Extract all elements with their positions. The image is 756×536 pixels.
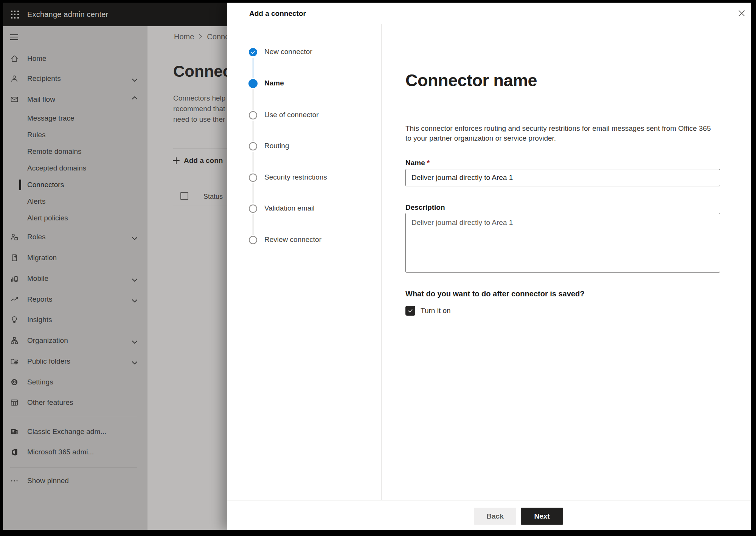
sidebar-item-settings[interactable]: Settings bbox=[3, 375, 147, 390]
sidebar-item-label: Microsoft 365 admi... bbox=[27, 448, 94, 456]
sidebar-item-label: Connectors bbox=[27, 181, 64, 189]
sidebar-item-migration[interactable]: Migration bbox=[3, 250, 147, 265]
sidebar-item-microsoft-365-admin[interactable]: Microsoft 365 admi... bbox=[3, 445, 147, 460]
step-label: Validation email bbox=[264, 204, 315, 212]
sidebar-item-organization[interactable]: Organization bbox=[3, 333, 147, 348]
sidebar-item-reports[interactable]: Reports bbox=[3, 292, 147, 307]
office-logo-icon bbox=[10, 448, 19, 457]
step-upcoming-icon bbox=[249, 236, 257, 244]
dialog-title: Add a connector bbox=[249, 3, 306, 24]
step-label: Use of connector bbox=[264, 111, 319, 119]
sidebar-item-mobile[interactable]: Mobile bbox=[3, 271, 147, 286]
step-routing[interactable]: Routing bbox=[227, 139, 379, 154]
step-connector-line bbox=[253, 121, 254, 141]
sidebar-item-label: Home bbox=[27, 54, 47, 63]
lightbulb-icon bbox=[10, 315, 19, 324]
add-connector-button[interactable]: Add a conn bbox=[172, 155, 223, 167]
sidebar-item-roles[interactable]: Roles bbox=[3, 229, 147, 245]
step-connector-line bbox=[253, 152, 254, 172]
wizard-panel-divider bbox=[381, 24, 382, 500]
sidebar-item-classic-exchange-admin[interactable]: Classic Exchange adm... bbox=[3, 424, 147, 439]
table-grid-icon bbox=[10, 398, 19, 407]
sidebar-item-home[interactable]: Home bbox=[3, 51, 147, 66]
page-intro-line: need to use ther bbox=[173, 114, 225, 125]
turn-it-on-row: Turn it on bbox=[405, 305, 451, 316]
sidebar-item-label: Mobile bbox=[27, 274, 48, 283]
step-name[interactable]: Name bbox=[227, 76, 379, 91]
step-connector-line bbox=[253, 183, 254, 203]
dialog-header: Add a connector bbox=[227, 3, 751, 24]
breadcrumb-home-link[interactable]: Home bbox=[174, 33, 194, 41]
person-badge-icon bbox=[10, 232, 19, 242]
app-window: Exchange admin center Home Recipients Ma… bbox=[3, 3, 751, 530]
sidebar-item-accepted-domains[interactable]: Accepted domains bbox=[3, 161, 147, 176]
app-title: Exchange admin center bbox=[27, 10, 108, 19]
sidebar-item-mail-flow[interactable]: Mail flow bbox=[3, 92, 147, 107]
folder-globe-icon bbox=[10, 357, 19, 366]
sidebar-item-alert-policies[interactable]: Alert policies bbox=[3, 211, 147, 226]
step-security-restrictions[interactable]: Security restrictions bbox=[227, 170, 379, 185]
turn-it-on-checkbox[interactable] bbox=[405, 306, 415, 316]
hamburger-icon bbox=[8, 34, 20, 40]
step-upcoming-icon bbox=[249, 174, 257, 182]
sidebar-item-label: Alerts bbox=[27, 197, 46, 206]
exchange-logo-icon bbox=[10, 427, 19, 436]
ellipsis-icon bbox=[10, 476, 19, 485]
next-button[interactable]: Next bbox=[521, 508, 563, 525]
sidebar-divider bbox=[10, 467, 137, 468]
breadcrumb: Home Conne bbox=[174, 32, 229, 41]
sidebar-item-label: Mail flow bbox=[27, 95, 55, 104]
required-marker: * bbox=[427, 159, 430, 167]
step-label: Routing bbox=[264, 142, 289, 150]
step-upcoming-icon bbox=[249, 204, 257, 213]
sidebar-item-remote-domains[interactable]: Remote domains bbox=[3, 144, 147, 159]
sidebar-item-label: Message trace bbox=[27, 114, 75, 122]
page-intro-text: Connectors help recommend that need to u… bbox=[173, 93, 225, 125]
person-icon bbox=[10, 74, 19, 83]
step-label: Name bbox=[264, 79, 284, 87]
select-all-checkbox[interactable] bbox=[180, 192, 188, 200]
step-use-of-connector[interactable]: Use of connector bbox=[227, 108, 379, 123]
status-column-header[interactable]: Status bbox=[203, 193, 223, 201]
plus-icon bbox=[172, 156, 181, 165]
sidebar-item-public-folders[interactable]: Public folders bbox=[3, 354, 147, 369]
gear-icon bbox=[10, 378, 19, 387]
step-validation-email[interactable]: Validation email bbox=[227, 201, 379, 216]
app-launcher-button[interactable] bbox=[6, 6, 23, 23]
step-new-connector[interactable]: New connector bbox=[227, 45, 379, 60]
sidebar-item-rules[interactable]: Rules bbox=[3, 127, 147, 143]
add-connector-dialog: Add a connector New connector Name Use o… bbox=[227, 3, 751, 530]
turn-it-on-label: Turn it on bbox=[421, 307, 451, 315]
after-save-question: What do you want to do after connector i… bbox=[405, 290, 584, 298]
chevron-down-icon bbox=[132, 359, 138, 363]
sidebar-item-label: Rules bbox=[27, 131, 46, 139]
connector-description-textarea[interactable]: Deliver journal directly to Area 1 bbox=[405, 213, 720, 273]
back-button[interactable]: Back bbox=[474, 508, 516, 525]
sidebar-item-connectors[interactable]: Connectors bbox=[3, 177, 147, 192]
step-label: Security restrictions bbox=[264, 173, 327, 181]
sidebar-item-other-features[interactable]: Other features bbox=[3, 395, 147, 410]
add-connector-label: Add a conn bbox=[184, 156, 223, 165]
sidebar-item-label: Migration bbox=[27, 254, 57, 262]
step-label: Review connector bbox=[264, 235, 321, 244]
sidebar-divider bbox=[10, 417, 137, 417]
check-icon bbox=[407, 308, 413, 314]
sidebar-item-message-trace[interactable]: Message trace bbox=[3, 111, 147, 126]
name-label-text: Name bbox=[405, 159, 425, 167]
sidebar-item-show-pinned[interactable]: Show pinned bbox=[3, 473, 147, 488]
step-connector-line bbox=[253, 214, 254, 235]
nav-collapse-button[interactable] bbox=[8, 31, 20, 42]
step-review-connector[interactable]: Review connector bbox=[227, 232, 379, 248]
dialog-close-button[interactable] bbox=[736, 8, 748, 20]
description-line: to your partner organization or service … bbox=[405, 133, 711, 143]
sidebar-item-label: Recipients bbox=[27, 74, 61, 83]
sidebar-item-recipients[interactable]: Recipients bbox=[3, 71, 147, 86]
sidebar-item-insights[interactable]: Insights bbox=[3, 312, 147, 327]
sidebar-item-alerts[interactable]: Alerts bbox=[3, 194, 147, 209]
page-intro-line: Connectors help bbox=[173, 93, 225, 104]
mail-icon bbox=[10, 95, 19, 104]
sidebar-item-label: Reports bbox=[27, 295, 53, 304]
chevron-up-icon bbox=[132, 98, 138, 101]
connector-name-input[interactable] bbox=[405, 169, 720, 186]
sidebar-item-label: Organization bbox=[27, 336, 68, 345]
